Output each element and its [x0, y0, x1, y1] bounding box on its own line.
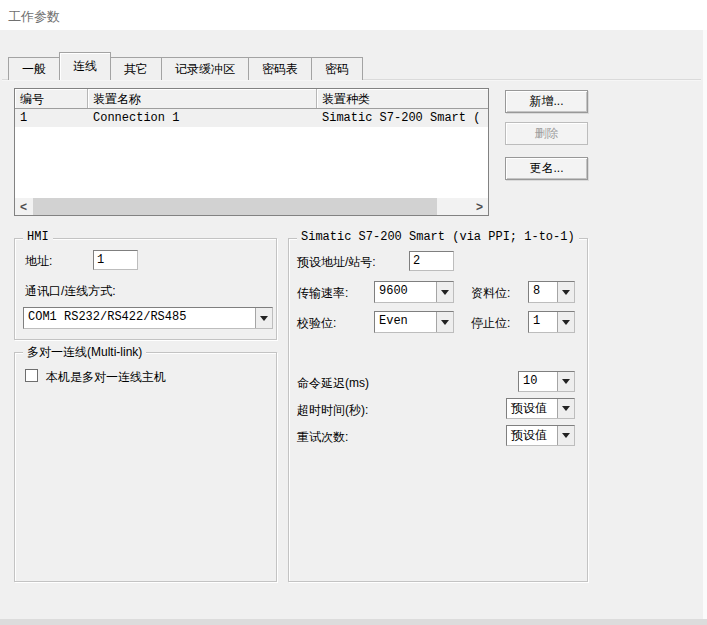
parity-label: 校验位: — [297, 315, 336, 332]
plc-group-title: Simatic S7-200 Smart (via PPI; 1-to-1) — [297, 230, 579, 244]
plc-group: Simatic S7-200 Smart (via PPI; 1-to-1) 预… — [288, 238, 588, 582]
parity-select[interactable]: Even — [374, 311, 454, 333]
device-list-header: 编号 装置名称 装置种类 — [15, 89, 488, 109]
column-header-id[interactable]: 编号 — [15, 89, 88, 108]
comm-port-label: 通讯口/连线方式: — [25, 283, 116, 300]
station-field[interactable]: 2 — [409, 251, 454, 271]
timeout-label: 超时时间(秒): — [297, 402, 368, 419]
rename-button[interactable]: 更名... — [505, 157, 588, 180]
page-title: 工作参数 — [8, 8, 60, 26]
multilink-host-checkbox[interactable] — [25, 369, 38, 382]
tab-password-table[interactable]: 密码表 — [248, 57, 312, 80]
tab-password[interactable]: 密码 — [311, 57, 363, 80]
tab-connection[interactable]: 连线 — [59, 52, 111, 80]
retry-label: 重试次数: — [297, 429, 348, 446]
hmi-group: HMI 地址: 1 通讯口/连线方式: COM1 RS232/RS422/RS4… — [14, 238, 277, 340]
baud-label: 传输速率: — [297, 285, 348, 302]
tab-strip: 一般 连线 其它 记录缓冲区 密码表 密码 — [8, 52, 362, 80]
device-list[interactable]: 编号 装置名称 装置种类 1 Connection 1 Simatic S7-2… — [14, 88, 489, 216]
scroll-left-icon[interactable]: < — [15, 198, 32, 215]
horizontal-scrollbar[interactable]: < > — [15, 198, 488, 215]
tab-record-buffer[interactable]: 记录缓冲区 — [161, 57, 249, 80]
chevron-down-icon[interactable] — [436, 282, 453, 302]
multilink-host-label[interactable]: 本机是多对一连线主机 — [46, 369, 166, 386]
timeout-select[interactable]: 预设值 — [506, 398, 575, 419]
chevron-down-icon[interactable] — [557, 399, 574, 418]
window-right-edge — [703, 30, 707, 625]
tab-general[interactable]: 一般 — [8, 57, 60, 80]
chevron-down-icon[interactable] — [557, 372, 574, 391]
column-header-name[interactable]: 装置名称 — [88, 89, 317, 108]
chevron-down-icon[interactable] — [255, 308, 272, 328]
work-parameters-dialog: 工作参数 一般 连线 其它 记录缓冲区 密码表 密码 编号 装置名称 装置种类 … — [0, 0, 707, 625]
multilink-group: 多对一连线(Multi-link) 本机是多对一连线主机 — [14, 352, 277, 582]
stopbits-select[interactable]: 1 — [528, 311, 575, 333]
stopbits-label: 停止位: — [471, 315, 510, 332]
chevron-down-icon[interactable] — [557, 312, 574, 332]
multilink-group-title: 多对一连线(Multi-link) — [23, 344, 146, 361]
title-bar: 工作参数 — [0, 0, 707, 30]
scroll-right-icon[interactable]: > — [471, 198, 488, 215]
chevron-down-icon[interactable] — [557, 282, 574, 302]
column-header-type[interactable]: 装置种类 — [317, 89, 488, 108]
chevron-down-icon[interactable] — [557, 426, 574, 445]
dialog-body: 一般 连线 其它 记录缓冲区 密码表 密码 编号 装置名称 装置种类 1 Con… — [0, 30, 707, 625]
delete-button: 删除 — [505, 122, 588, 145]
delay-select[interactable]: 10 — [518, 371, 575, 392]
device-row[interactable]: 1 Connection 1 Simatic S7-200 Smart ( — [15, 109, 488, 127]
window-bottom-edge — [0, 619, 707, 625]
baud-select[interactable]: 9600 — [374, 281, 454, 303]
address-label: 地址: — [25, 253, 52, 270]
retry-select[interactable]: 预设值 — [506, 425, 575, 446]
address-field[interactable]: 1 — [93, 250, 138, 270]
chevron-down-icon[interactable] — [436, 312, 453, 332]
delay-label: 命令延迟(ms) — [297, 375, 369, 392]
hmi-group-title: HMI — [23, 230, 53, 244]
databits-label: 资料位: — [471, 285, 510, 302]
scrollbar-thumb[interactable] — [33, 198, 437, 215]
comm-port-select[interactable]: COM1 RS232/RS422/RS485 — [23, 307, 273, 329]
add-button[interactable]: 新增... — [505, 90, 588, 113]
tab-other[interactable]: 其它 — [110, 57, 162, 80]
databits-select[interactable]: 8 — [528, 281, 575, 303]
station-label: 预设地址/站号: — [297, 254, 376, 271]
